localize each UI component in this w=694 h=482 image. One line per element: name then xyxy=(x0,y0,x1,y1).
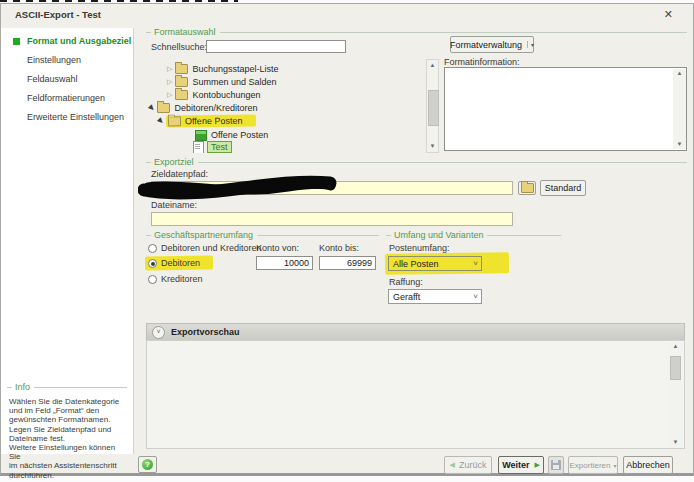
geschaeftspartnerumfang-group-header: Geschäftspartnerumfang xyxy=(146,230,379,240)
zurueck-label: Zurück xyxy=(459,460,487,470)
exportvorschau-title: Exportvorschau xyxy=(171,327,240,337)
save-button[interactable] xyxy=(548,456,564,474)
formatinformation-scrollbar[interactable]: ▲ ▼ xyxy=(673,69,686,149)
geschaeftspartnerumfang-title: Geschäftspartnerumfang xyxy=(154,230,253,240)
tree-scrollbar-thumb[interactable] xyxy=(428,90,439,126)
floppy-disk-icon xyxy=(551,460,561,470)
formatverwaltung-label: Formatverwaltung xyxy=(450,40,522,50)
format-table-icon xyxy=(195,130,207,141)
postenumfang-select[interactable]: Alle Posten ˅ xyxy=(388,256,482,271)
postenumfang-label: Postenumfang: xyxy=(389,243,450,253)
expander-expanded-icon[interactable]: ▶ xyxy=(147,103,156,112)
dropdown-arrow-icon: ▾ xyxy=(527,41,534,48)
quick-search-input[interactable] xyxy=(206,40,346,53)
folder-icon xyxy=(168,116,181,126)
close-icon[interactable]: ✕ xyxy=(664,8,673,21)
konto-von-label: Konto von: xyxy=(256,243,299,253)
tree-row-summen-und-salden[interactable]: ▷ Summen und Salden xyxy=(167,76,276,88)
radio-label-kreditoren[interactable]: Kreditoren xyxy=(161,274,203,284)
folder-icon xyxy=(175,90,188,100)
umfang-und-varianten-title: Umfang und Varianten xyxy=(394,230,483,240)
weiter-button[interactable]: Weiter ▶ xyxy=(498,456,544,474)
postenumfang-value: Alle Posten xyxy=(393,259,439,269)
radio-debitoren[interactable] xyxy=(148,259,157,268)
radio-label-debitoren[interactable]: Debitoren xyxy=(161,258,200,268)
zurueck-button[interactable]: ◀ Zurück xyxy=(444,456,492,474)
sidebar-item-einstellungen[interactable]: Einstellungen xyxy=(27,55,81,65)
help-button[interactable]: ? xyxy=(138,456,157,473)
back-arrow-icon: ◀ xyxy=(450,461,455,469)
tree-scrollbar[interactable]: ▲ ▼ xyxy=(426,59,439,153)
scroll-up-icon[interactable]: ▲ xyxy=(673,69,686,78)
folder-icon xyxy=(175,64,188,74)
ascii-export-dialog: ASCII-Export - Test ✕ Format und Ausgabe… xyxy=(0,3,694,476)
tree-row-buchungsstapel-liste[interactable]: ▷ Buchungsstapel-Liste xyxy=(167,63,278,75)
radio-kreditoren[interactable] xyxy=(148,275,157,284)
radio-label-debitoren-und-kreditoren[interactable]: Debitoren und Kreditoren xyxy=(161,243,262,253)
formatinformation-textarea[interactable] xyxy=(444,67,687,151)
tree-label: Debitoren/Kreditoren xyxy=(174,103,257,113)
sidebar-item-format-und-ausgabeziel[interactable]: Format und Ausgabeziel xyxy=(27,36,131,46)
raffung-value: Gerafft xyxy=(393,292,420,302)
exportvorschau-scrollbar-thumb[interactable] xyxy=(670,356,681,380)
sidebar-item-feldformatierungen[interactable]: Feldformatierungen xyxy=(27,93,105,103)
weiter-label: Weiter xyxy=(502,460,529,470)
formatverwaltung-button[interactable]: Formatverwaltung ▾ xyxy=(450,36,534,53)
tree-label: Buchungsstapel-Liste xyxy=(192,64,278,74)
abbrechen-label: Abbrechen xyxy=(626,460,670,470)
tree-label: Offene Posten xyxy=(185,116,242,127)
redaction-scribble xyxy=(138,174,338,200)
standard-button[interactable]: Standard xyxy=(540,180,586,196)
standard-label: Standard xyxy=(545,183,582,193)
exportziel-group-header: Exportziel xyxy=(146,157,687,167)
tree-row-kontobuchungen[interactable]: ▷ Kontobuchungen xyxy=(167,89,260,101)
chevron-down-icon: ˅ xyxy=(473,259,478,268)
dateiname-label: Dateiname: xyxy=(151,200,197,210)
info-title: Info xyxy=(15,382,30,392)
help-icon: ? xyxy=(142,459,153,470)
exportziel-title: Exportziel xyxy=(154,157,194,167)
tree-row-debitoren-kreditoren[interactable]: ▶ Debitoren/Kreditoren xyxy=(149,102,257,114)
konto-bis-input[interactable] xyxy=(319,256,376,270)
folder-icon xyxy=(175,77,188,87)
browse-folder-button[interactable] xyxy=(518,181,536,195)
tree-row-offene-posten-folder[interactable]: ▶ Offene Posten xyxy=(158,115,257,127)
formatauswahl-group-header: Formatauswahl xyxy=(146,27,687,37)
quick-search-label: Schnellsuche: xyxy=(151,42,207,52)
wizard-sidebar: Format und Ausgabeziel Einstellungen Fel… xyxy=(1,28,134,454)
tree-row-offene-posten-format[interactable]: Offene Posten xyxy=(195,129,268,141)
chevron-down-icon: ˅ xyxy=(473,292,478,301)
scroll-up-icon[interactable]: ▲ xyxy=(669,342,682,351)
sidebar-item-erweiterte-einstellungen[interactable]: Erweiterte Einstellungen xyxy=(27,112,124,122)
document-icon xyxy=(193,141,204,154)
exportieren-label: Exportieren xyxy=(570,461,611,470)
scroll-up-icon[interactable]: ▲ xyxy=(427,61,438,70)
expander-collapsed-icon[interactable]: ▷ xyxy=(167,78,172,86)
sidebar-item-feldauswahl[interactable]: Feldauswahl xyxy=(27,74,78,84)
tree-label: Summen und Salden xyxy=(192,77,276,87)
expander-expanded-icon[interactable]: ▶ xyxy=(156,116,165,125)
tree-label: Kontobuchungen xyxy=(192,90,260,100)
info-group-header: Info xyxy=(7,382,127,392)
exportieren-button[interactable]: Exportieren ▾ xyxy=(568,456,618,474)
collapse-chevron-icon[interactable]: ˅ xyxy=(152,326,165,339)
active-step-marker xyxy=(13,38,20,45)
konto-bis-label: Konto bis: xyxy=(319,243,359,253)
exportvorschau-content xyxy=(146,340,685,449)
exportvorschau-scrollbar[interactable]: ▲ ▼ xyxy=(669,342,682,447)
radio-debitoren-und-kreditoren[interactable] xyxy=(148,244,157,253)
scroll-down-icon[interactable]: ▼ xyxy=(669,438,682,447)
expander-collapsed-icon[interactable]: ▷ xyxy=(167,91,172,99)
exportvorschau-header[interactable]: ˅ Exportvorschau xyxy=(146,323,685,341)
raffung-label: Raffung: xyxy=(389,277,423,287)
konto-von-input[interactable] xyxy=(256,256,313,270)
expander-collapsed-icon[interactable]: ▷ xyxy=(167,65,172,73)
dateiname-input[interactable] xyxy=(151,212,513,226)
folder-icon xyxy=(157,103,170,113)
abbrechen-button[interactable]: Abbrechen xyxy=(623,456,673,474)
format-tree: ▷ Buchungsstapel-Liste ▷ Summen und Sald… xyxy=(147,61,439,153)
raffung-select[interactable]: Gerafft ˅ xyxy=(388,289,482,304)
scroll-down-icon[interactable]: ▼ xyxy=(673,140,686,149)
scroll-down-icon[interactable]: ▼ xyxy=(427,142,438,151)
tree-row-test[interactable]: Test xyxy=(193,141,232,153)
